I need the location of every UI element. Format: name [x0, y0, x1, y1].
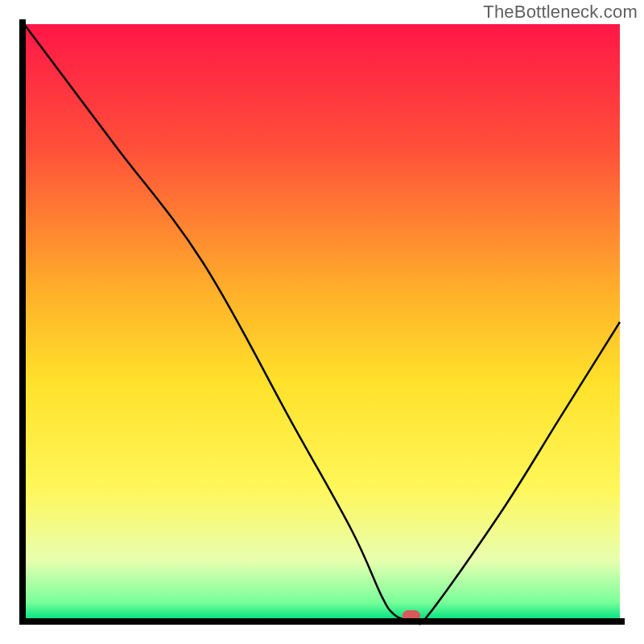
watermark-text: TheBottleneck.com — [483, 2, 638, 23]
plot-area — [24, 24, 620, 624]
left-axis — [19, 19, 26, 625]
bottom-axis — [19, 618, 625, 625]
gradient-fill — [24, 24, 620, 620]
chart-wrapper: TheBottleneck.com — [0, 0, 644, 644]
bottleneck-chart — [0, 0, 644, 644]
